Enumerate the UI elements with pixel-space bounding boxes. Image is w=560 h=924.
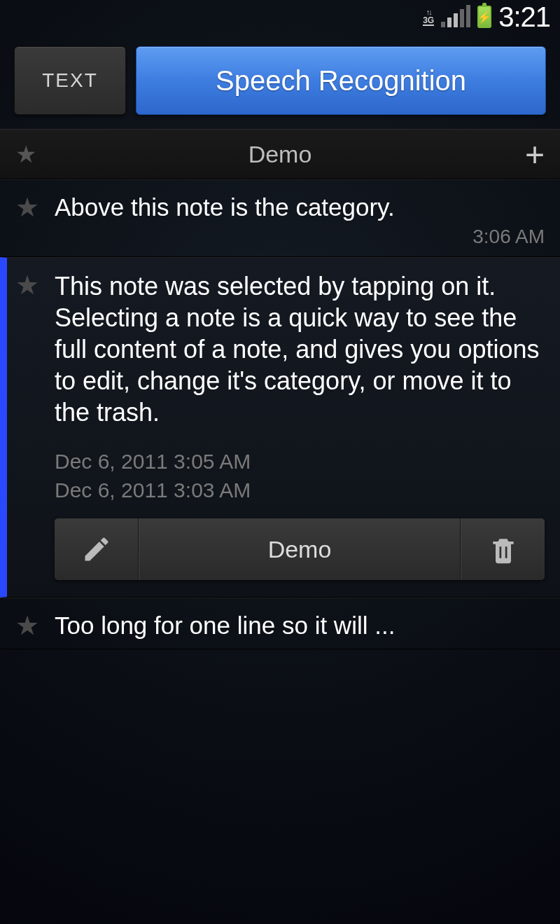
note-text: Too long for one line so it will ... (55, 611, 545, 640)
status-clock: 3:21 (498, 1, 550, 33)
note-text: Above this note is the category. (55, 193, 545, 221)
timestamp-created: Dec 6, 2011 3:03 AM (55, 476, 545, 505)
tab-speech-recognition[interactable]: Speech Recognition (136, 46, 546, 115)
note-timestamps: Dec 6, 2011 3:05 AM Dec 6, 2011 3:03 AM (55, 448, 545, 504)
category-header[interactable]: ★ Demo + (0, 129, 560, 179)
edit-button[interactable] (55, 518, 139, 580)
note-action-bar: Demo (55, 518, 545, 580)
status-bar: 3G 3:21 (0, 0, 560, 34)
category-title: Demo (46, 141, 514, 168)
battery-icon (477, 6, 491, 28)
star-icon[interactable]: ★ (15, 270, 39, 580)
star-icon[interactable]: ★ (15, 611, 39, 640)
trash-icon (488, 534, 519, 565)
tab-text[interactable]: TEXT (14, 46, 126, 115)
pencil-icon (81, 534, 112, 565)
note-item[interactable]: ★ Too long for one line so it will ... (0, 598, 560, 649)
note-item[interactable]: ★ Above this note is the category. 3:06 … (0, 179, 560, 257)
note-timestamp: 3:06 AM (55, 226, 545, 248)
network-3g-icon: 3G (423, 8, 434, 26)
timestamp-modified: Dec 6, 2011 3:05 AM (55, 448, 545, 476)
star-icon[interactable]: ★ (15, 140, 46, 168)
add-note-button[interactable]: + (514, 135, 545, 174)
note-item-selected[interactable]: ★ This note was selected by tapping on i… (0, 257, 560, 598)
star-icon[interactable]: ★ (15, 193, 39, 248)
delete-button[interactable] (461, 518, 545, 580)
note-text: This note was selected by tapping on it.… (55, 270, 545, 428)
category-button[interactable]: Demo (139, 518, 461, 580)
mode-tabbar: TEXT Speech Recognition (0, 34, 560, 129)
signal-icon (441, 6, 470, 27)
